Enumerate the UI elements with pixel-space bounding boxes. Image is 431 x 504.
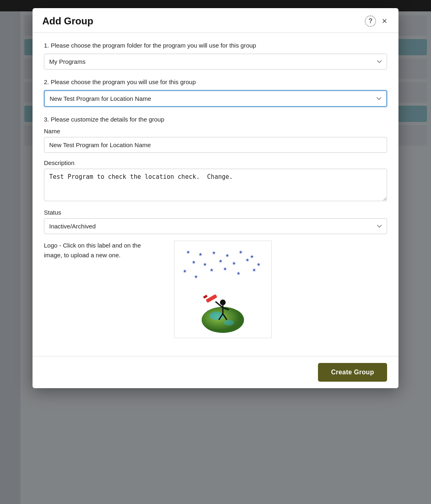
name-label: Name [44,128,387,135]
status-field-container: Status Active Inactive/Archived Pending [44,209,387,234]
svg-point-25 [220,300,226,305]
step1-label: 1. Please choose the program folder for … [44,41,387,50]
description-textarea[interactable]: Test Program to check the location check… [44,169,387,201]
step1-section: 1. Please choose the program folder for … [44,41,387,70]
name-field-container: Name [44,128,387,153]
status-select[interactable]: Active Inactive/Archived Pending [44,218,387,234]
svg-marker-11 [183,269,187,273]
svg-marker-9 [232,261,236,265]
svg-marker-16 [237,272,240,275]
modal-header: Add Group ? × [33,8,398,33]
modal-overlay: Add Group ? × 1. Please choose the progr… [0,0,431,504]
description-field-container: Description Test Program to check the lo… [44,159,387,202]
step2-label: 2. Please choose the program you will us… [44,78,387,86]
logo-section: Logo - Click on this label and on the im… [44,241,387,338]
svg-marker-3 [226,254,229,257]
logo-image[interactable] [174,241,272,338]
svg-marker-6 [192,261,196,264]
svg-marker-7 [203,263,207,266]
program-folder-select[interactable]: My Programs Shared Programs Public Progr… [44,54,387,70]
svg-marker-2 [212,251,216,254]
logo-upload-label[interactable]: Logo - Click on this label and on the im… [44,241,158,260]
description-label: Description [44,159,387,166]
status-label: Status [44,209,387,216]
svg-marker-4 [239,250,243,254]
svg-marker-1 [199,252,202,256]
modal-footer: Create Group [33,356,398,388]
modal-title: Add Group [42,15,93,27]
svg-point-21 [224,320,234,326]
add-group-modal: Add Group ? × 1. Please choose the progr… [33,8,398,388]
modal-header-actions: ? × [365,15,389,27]
svg-marker-17 [253,268,256,272]
svg-marker-15 [194,275,198,278]
name-input[interactable] [44,137,387,153]
svg-marker-8 [219,259,222,263]
create-group-button[interactable]: Create Group [318,363,387,382]
svg-marker-0 [186,250,190,254]
svg-marker-14 [257,263,261,266]
program-select[interactable]: New Test Program for Location Name Other… [44,90,387,107]
step3-section: 3. Please customize the details for the … [44,115,387,338]
step2-section: 2. Please choose the program you will us… [44,78,387,107]
step3-label: 3. Please customize the details for the … [44,115,387,124]
modal-body: 1. Please choose the program folder for … [33,33,398,356]
svg-marker-12 [210,268,213,272]
help-icon[interactable]: ? [365,15,376,27]
svg-marker-5 [250,255,254,259]
close-icon[interactable]: × [380,16,389,26]
svg-marker-13 [223,267,227,271]
logo-svg-illustration [178,245,268,334]
svg-rect-29 [203,295,208,299]
svg-marker-10 [246,258,249,262]
